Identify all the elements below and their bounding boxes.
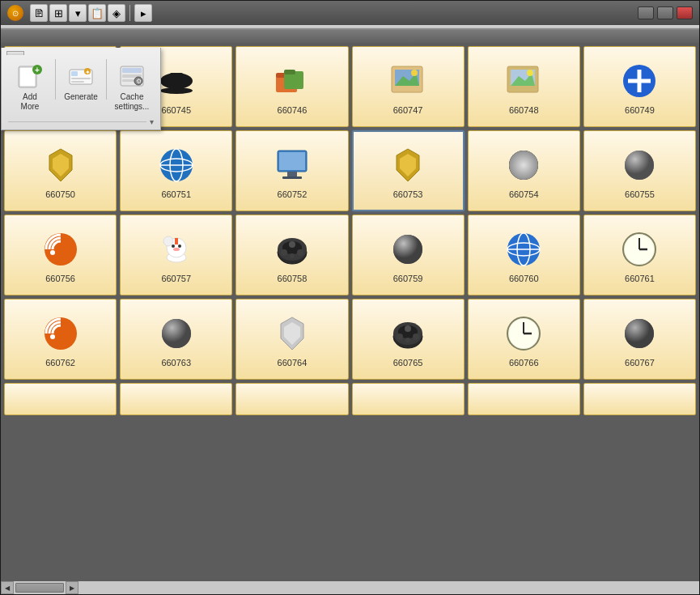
generate-label: Generate (64, 92, 98, 102)
photo-icon (387, 60, 429, 102)
item-card-partial-660769[interactable] (120, 383, 232, 415)
add-icon: + (15, 62, 45, 91)
item-card-660766[interactable]: 660766 (468, 299, 580, 380)
item-card-660746[interactable]: 660746 (235, 46, 348, 127)
shield-icon (40, 144, 82, 186)
toolbar-icon-6[interactable]: ▸ (134, 4, 152, 22)
item-label-660745: 660745 (161, 105, 191, 115)
item-card-partial-660773[interactable] (583, 383, 696, 415)
scrollbar-thumb[interactable] (15, 583, 64, 593)
generate-button[interactable]: ✦ Generate (61, 59, 101, 104)
item-card-660754[interactable]: 660754 (468, 130, 580, 211)
item-card-660750[interactable]: 660750 (4, 130, 117, 211)
svg-point-59 (163, 236, 173, 246)
item-label-660759: 660759 (393, 274, 423, 283)
item-card-660761[interactable]: 660761 (583, 215, 696, 295)
app-icon: ⊙ (7, 5, 23, 21)
main-window: ⊙ 🖹 ⊞ ▾ 📋 ◈ ▸ (0, 0, 700, 595)
item-label-660758: 660758 (278, 274, 308, 283)
item-card-660753[interactable]: 660753 (352, 130, 465, 211)
ball-icon (503, 144, 545, 186)
item-card-660747[interactable]: 660747 (352, 46, 465, 127)
scroll-left-arrow[interactable]: ◀ (1, 581, 14, 594)
item-card-660765[interactable]: 660765 (352, 299, 465, 380)
svg-rect-43 (279, 152, 305, 170)
toolbar-icon-4[interactable]: 📋 (88, 4, 106, 22)
rss-icon (40, 228, 82, 270)
item-card-660764[interactable]: 660764 (235, 299, 348, 380)
item-card-660749[interactable]: 660749 (583, 46, 696, 127)
svg-point-57 (178, 244, 181, 248)
toolbar-icon-5[interactable]: ◈ (108, 4, 125, 22)
item-card-660757[interactable]: 660757 (120, 215, 232, 295)
svg-rect-45 (282, 176, 302, 179)
item-label-660764: 660764 (278, 358, 308, 368)
ribbon-divider-2 (106, 59, 107, 100)
globe-icon (155, 144, 197, 186)
svg-rect-24 (284, 70, 295, 74)
item-card-660760[interactable]: 660760 (468, 215, 580, 295)
item-card-660763[interactable]: 660763 (120, 299, 232, 380)
svg-point-67 (290, 253, 295, 258)
toolbar-icon-1[interactable]: 🖹 (30, 4, 48, 22)
item-card-660758[interactable]: 660758 (235, 215, 348, 295)
item-label-660757: 660757 (161, 274, 191, 283)
ball2-icon (618, 144, 660, 186)
svg-rect-11 (122, 68, 142, 73)
item-card-partial-660772[interactable] (468, 383, 580, 415)
toolbar-icon-3[interactable]: ▾ (69, 4, 87, 22)
ribbon-collapse-icon[interactable]: ▾ (150, 117, 154, 126)
toolbar-area: + AddMore ✦ (1, 25, 699, 30)
item-label-660760: 660760 (509, 274, 539, 283)
scroll-right-arrow[interactable]: ▶ (66, 581, 78, 594)
ball5-icon (618, 312, 660, 355)
item-label-660750: 660750 (45, 189, 75, 199)
ball3-icon (387, 228, 429, 270)
toolbar-separator (129, 5, 130, 21)
item-card-660752[interactable]: 660752 (235, 130, 348, 211)
svg-rect-19 (170, 73, 183, 83)
svg-point-96 (625, 319, 654, 348)
svg-rect-5 (71, 71, 78, 76)
add-more-label: AddMore (21, 92, 40, 112)
item-label-660761: 660761 (625, 274, 655, 283)
toolbar-icons-row: 🖹 ⊞ ▾ 📋 ◈ ▸ (27, 2, 155, 23)
plus-blue-icon (618, 60, 660, 102)
toolbar-icon-2[interactable]: ⊞ (49, 4, 67, 22)
cache-settings-button[interactable]: ⚙ Cachesettings... (112, 59, 152, 114)
item-card-660759[interactable]: 660759 (352, 215, 465, 295)
item-card-660751[interactable]: 660751 (120, 130, 232, 211)
svg-rect-60 (175, 238, 178, 244)
generate-icon: ✦ (66, 62, 95, 91)
svg-text:+: + (35, 66, 40, 74)
monitor-icon (271, 144, 313, 186)
item-label-660766: 660766 (509, 358, 539, 368)
item-label-660749: 660749 (625, 105, 655, 115)
close-button[interactable] (677, 6, 693, 19)
svg-point-79 (50, 334, 55, 339)
item-card-660748[interactable]: 660748 (468, 46, 580, 127)
svg-text:⚙: ⚙ (136, 78, 142, 85)
tools-section-label (8, 121, 146, 124)
item-card-660762[interactable]: 660762 (4, 299, 117, 380)
item-card-660756[interactable]: 660756 (4, 215, 117, 295)
item-card-partial-660770[interactable] (235, 383, 348, 415)
item-card-660767[interactable]: 660767 (583, 299, 696, 380)
minimize-button[interactable] (638, 6, 654, 19)
svg-rect-13 (122, 79, 135, 82)
item-label-660763: 660763 (161, 358, 191, 368)
item-card-660755[interactable]: 660755 (583, 130, 696, 211)
cache-icon: ⚙ (117, 62, 146, 91)
item-label-660765: 660765 (393, 358, 423, 368)
item-card-partial-660771[interactable] (352, 383, 465, 415)
restore-button[interactable] (657, 6, 673, 19)
horizontal-scrollbar[interactable]: ◀ ▶ (1, 581, 699, 594)
shield-selected-icon (387, 144, 429, 186)
ribbon-bottom-row: ▾ (6, 117, 155, 126)
phone2-icon (387, 312, 429, 355)
item-card-partial-660768[interactable] (4, 383, 117, 415)
ribbon-content: + AddMore ✦ (6, 54, 155, 117)
add-more-button[interactable]: + AddMore (10, 59, 50, 114)
globe2-icon (503, 228, 545, 270)
svg-rect-7 (71, 81, 84, 83)
